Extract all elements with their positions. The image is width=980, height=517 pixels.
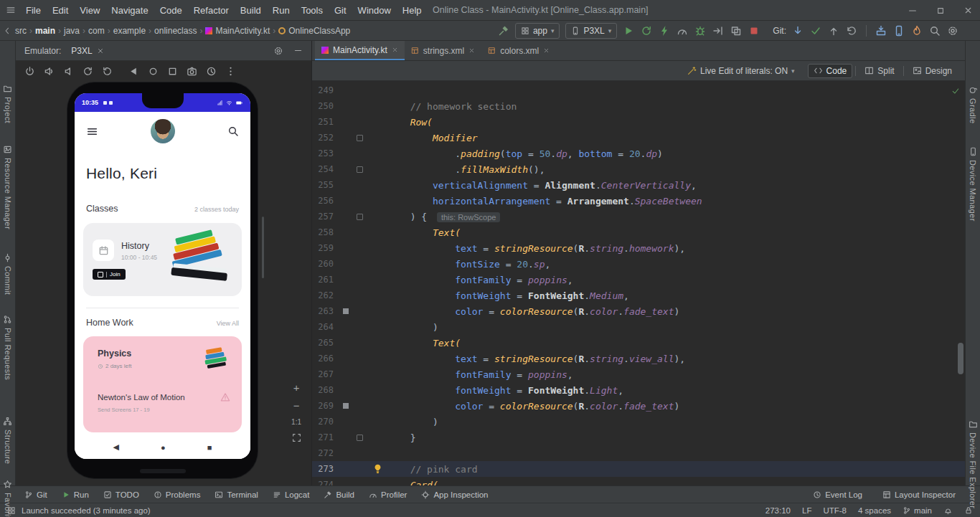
- tab-strings-xml[interactable]: strings.xml: [405, 41, 481, 60]
- settings-icon[interactable]: [947, 25, 958, 37]
- menu-edit[interactable]: Edit: [47, 5, 74, 16]
- close-tab-icon[interactable]: [392, 47, 398, 53]
- nav-home-button[interactable]: ●: [161, 443, 166, 452]
- fold-area[interactable]: [354, 135, 365, 141]
- breadcrumb-com[interactable]: com: [86, 26, 107, 36]
- class-card[interactable]: History 10:00 - 10:45 Join: [83, 223, 242, 296]
- code-text[interactable]: Card(: [365, 480, 438, 486]
- code-text[interactable]: text = stringResource(R.string.view_all)…: [365, 354, 685, 364]
- sidebar-item-device-file-explorer[interactable]: Device File Explorer: [966, 419, 980, 508]
- code-line-252[interactable]: 252 Modifier: [312, 130, 965, 146]
- rotate-left-button[interactable]: [83, 66, 93, 77]
- fold-marker[interactable]: [357, 166, 363, 173]
- menu-refactor[interactable]: Refactor: [188, 5, 235, 16]
- code-text[interactable]: color = colorResource(R.color.fade_text): [365, 401, 679, 412]
- app-menu-icon[interactable]: [86, 125, 98, 138]
- sidebar-item-gradle[interactable]: Gradle: [966, 85, 980, 123]
- hide-panel-icon[interactable]: [293, 46, 303, 55]
- file-encoding[interactable]: UTF-8: [823, 506, 847, 515]
- attach-debugger-icon[interactable]: [712, 25, 724, 37]
- code-line-267[interactable]: 267 fontFamily = poppins,: [312, 366, 965, 382]
- tab-colors-xml[interactable]: colors.xml: [481, 41, 556, 60]
- nav-back-button[interactable]: ◀: [113, 442, 119, 452]
- tool-tab-event-log[interactable]: Event Log: [807, 490, 868, 499]
- breadcrumb-java[interactable]: java: [62, 26, 82, 36]
- screenshot-button[interactable]: [187, 66, 197, 77]
- code-text[interactable]: }: [365, 432, 415, 443]
- live-edit-indicator[interactable]: Live Edit of literals: ON ▾: [687, 66, 795, 76]
- code-text[interactable]: text = stringResource(R.string.homework)…: [365, 243, 685, 254]
- code-text[interactable]: // homework section: [365, 101, 517, 112]
- update-project-icon[interactable]: [792, 25, 804, 37]
- minimize-button[interactable]: [908, 6, 918, 16]
- caret-position[interactable]: 273:10: [765, 506, 791, 515]
- code-text[interactable]: fontWeight = FontWeight.Medium,: [365, 290, 629, 301]
- close-tab-icon[interactable]: [543, 47, 550, 54]
- sidebar-item-device-manager[interactable]: Device Manager: [966, 147, 980, 222]
- main-menu-icon[interactable]: [6, 5, 16, 15]
- tool-tab-run[interactable]: Run: [56, 490, 95, 499]
- snapshots-button[interactable]: [206, 66, 217, 77]
- close-icon[interactable]: [97, 47, 104, 54]
- close-button[interactable]: [963, 6, 973, 15]
- code-line-263[interactable]: 263 color = colorResource(R.color.fade_t…: [312, 303, 965, 319]
- debug-icon[interactable]: [694, 25, 706, 37]
- gutter-marker-area[interactable]: [338, 403, 354, 409]
- overview-button[interactable]: [167, 66, 178, 77]
- view-all-link[interactable]: View All: [217, 320, 239, 327]
- rollback-icon[interactable]: [846, 25, 857, 37]
- sidebar-item-resource-manager[interactable]: Resource Manager: [0, 145, 15, 229]
- firebase-icon[interactable]: [911, 25, 923, 37]
- code-editor[interactable]: 249250 // homework section251 Row(252 Mo…: [312, 81, 965, 485]
- line-number[interactable]: 253: [312, 148, 338, 158]
- push-icon[interactable]: [828, 25, 839, 37]
- code-line-259[interactable]: 259 text = stringResource(R.string.homew…: [312, 240, 965, 256]
- code-line-273[interactable]: 273 // pink card: [312, 461, 965, 477]
- tool-tab-terminal[interactable]: Terminal: [209, 490, 263, 499]
- code-text[interactable]: fontFamily = poppins,: [365, 369, 573, 380]
- sidebar-item-favorites[interactable]: Favorites: [0, 480, 15, 517]
- color-preview-swatch[interactable]: [343, 403, 349, 409]
- menu-help[interactable]: Help: [397, 5, 428, 16]
- line-number[interactable]: 257: [312, 212, 338, 222]
- code-line-271[interactable]: 271 }: [312, 430, 965, 445]
- homework-card[interactable]: Physics 2 days left Ne: [83, 336, 242, 432]
- line-number[interactable]: 270: [312, 417, 338, 427]
- breadcrumb-mainactivity-kt[interactable]: MainActivity.kt: [203, 26, 272, 36]
- close-tab-icon[interactable]: [468, 47, 475, 54]
- line-number[interactable]: 261: [312, 275, 338, 285]
- inspections-ok-icon[interactable]: [951, 87, 960, 95]
- breadcrumb-main[interactable]: main: [33, 26, 57, 36]
- avatar[interactable]: [151, 119, 175, 143]
- device-select[interactable]: P3XL ▾: [565, 23, 617, 39]
- code-line-260[interactable]: 260 fontSize = 20.sp,: [312, 256, 965, 272]
- code-text[interactable]: Modifier: [365, 133, 478, 143]
- tab-mainactivity-kt[interactable]: MainActivity.kt: [315, 41, 405, 60]
- sdk-manager-icon[interactable]: [875, 25, 887, 37]
- apply-code-changes-icon[interactable]: [659, 25, 670, 37]
- line-number[interactable]: 263: [312, 306, 338, 316]
- sidebar-item-project[interactable]: Project: [0, 84, 15, 123]
- notifications-icon[interactable]: [943, 506, 953, 515]
- line-number[interactable]: 259: [312, 243, 338, 253]
- code-text[interactable]: color = colorResource(R.color.fade_text): [365, 306, 679, 317]
- code-text[interactable]: Text(: [365, 227, 461, 238]
- code-text[interactable]: ): [365, 417, 438, 427]
- code-text[interactable]: fontSize = 20.sp,: [365, 259, 550, 270]
- tool-tab-logcat[interactable]: Logcat: [267, 490, 316, 499]
- back-button[interactable]: [128, 66, 139, 77]
- home-button[interactable]: [148, 66, 159, 77]
- line-number[interactable]: 252: [312, 133, 338, 143]
- menu-build[interactable]: Build: [235, 5, 267, 16]
- emulator-settings-icon[interactable]: [273, 46, 283, 56]
- menu-navigate[interactable]: Navigate: [105, 5, 154, 16]
- mode-split[interactable]: Split: [859, 64, 900, 78]
- chevron-left-icon[interactable]: [3, 27, 11, 35]
- fold-area[interactable]: [354, 214, 365, 220]
- fold-marker[interactable]: [357, 135, 363, 141]
- gutter-marker-area[interactable]: [338, 308, 354, 314]
- code-text[interactable]: Row(: [365, 117, 433, 128]
- breadcrumb-src[interactable]: src: [13, 26, 29, 36]
- code-line-266[interactable]: 266 text = stringResource(R.string.view_…: [312, 351, 965, 366]
- code-text[interactable]: horizontalArrangement = Arrangement.Spac…: [365, 196, 702, 207]
